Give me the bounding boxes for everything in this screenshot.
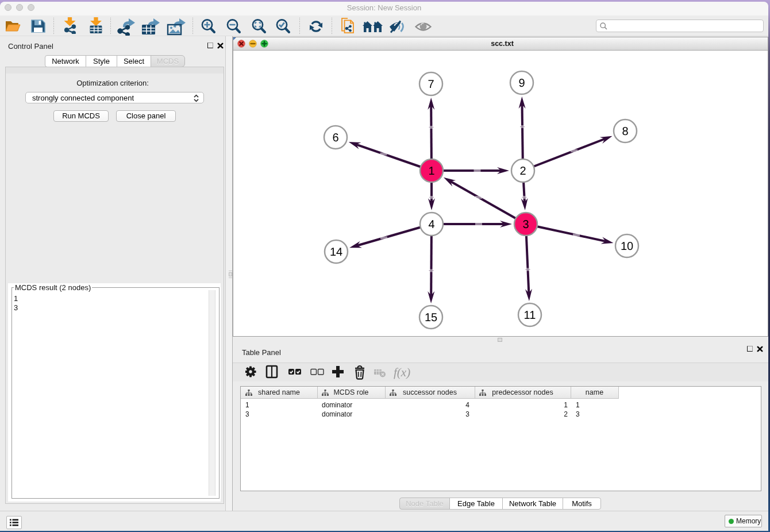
svg-text:9: 9 xyxy=(518,77,525,90)
svg-text:3: 3 xyxy=(522,218,529,231)
svg-text:10: 10 xyxy=(621,240,633,253)
svg-text:f(x): f(x) xyxy=(394,365,410,379)
svg-text:7: 7 xyxy=(428,78,434,91)
svg-text:8: 8 xyxy=(622,125,628,138)
svg-text:14: 14 xyxy=(330,246,342,259)
svg-text:11: 11 xyxy=(524,309,536,322)
svg-text:15: 15 xyxy=(425,311,437,324)
svg-text:4: 4 xyxy=(428,218,434,231)
svg-text:2: 2 xyxy=(519,165,526,178)
svg-text:1: 1 xyxy=(428,165,434,178)
svg-text:6: 6 xyxy=(332,132,338,144)
